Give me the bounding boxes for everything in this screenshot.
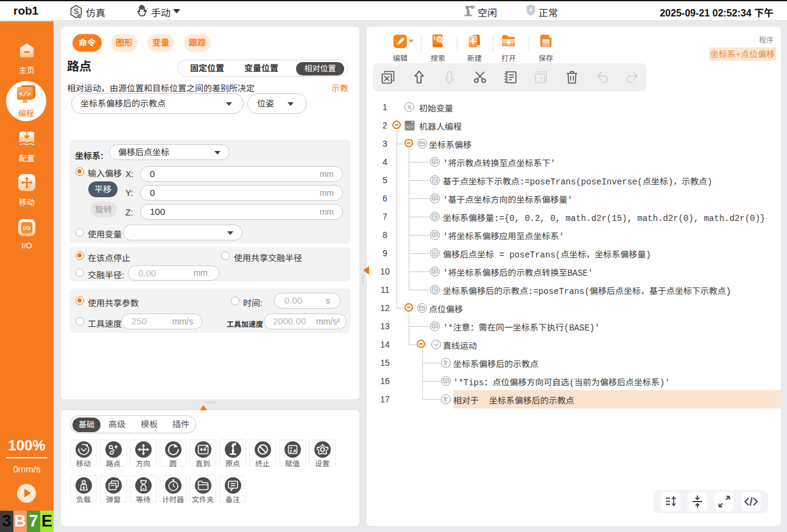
svg-text:I/O: I/O bbox=[23, 225, 30, 231]
svg-text:</>: </> bbox=[19, 91, 31, 98]
svg-text:</>: </> bbox=[406, 125, 414, 130]
svg-text:A: A bbox=[293, 448, 297, 453]
